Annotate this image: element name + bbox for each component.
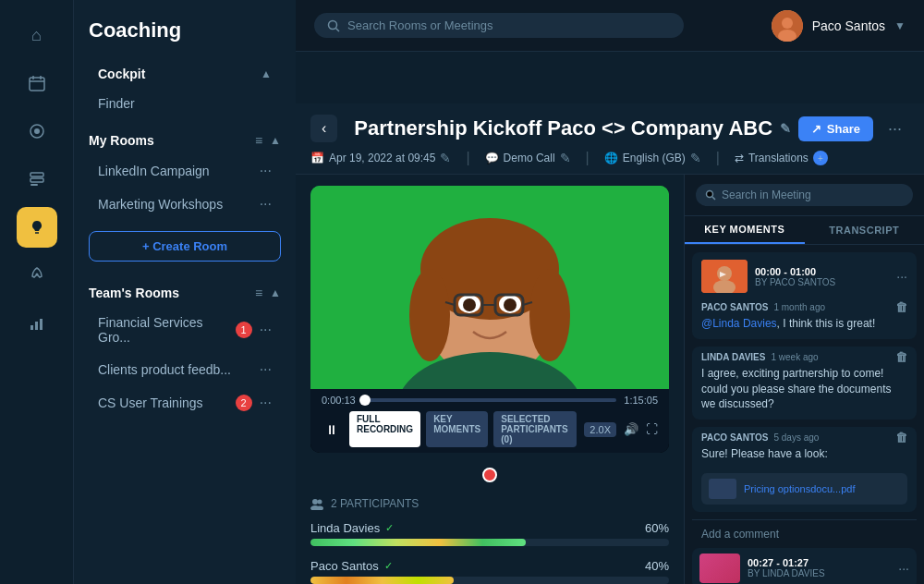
linkedin-campaign-item[interactable]: LinkedIn Campaign ···	[89, 155, 281, 187]
attachment-1[interactable]: Pricing optionsdocu...pdf	[701, 473, 907, 505]
selected-participants-tab[interactable]: SELECTED PARTICIPANTS (0)	[493, 411, 577, 447]
layers-icon[interactable]	[17, 159, 57, 200]
finder-nav-item[interactable]: Finder	[89, 89, 281, 118]
my-rooms-label: My Rooms	[89, 133, 154, 148]
cs-user-trainings-item[interactable]: CS User Trainings 2 ···	[89, 387, 281, 419]
marketing-dots-icon[interactable]: ···	[260, 196, 272, 213]
cockpit-nav-item[interactable]: Cockpit ▲	[89, 61, 281, 87]
play-pause-button[interactable]: ⏸	[322, 420, 342, 439]
coaching-title: Coaching	[89, 18, 281, 43]
video-record-icon[interactable]	[17, 111, 57, 152]
moment-1-thumb[interactable]	[701, 260, 748, 293]
financial-badge: 1	[236, 322, 252, 338]
right-search-bar[interactable]: Search in Meeting	[696, 184, 913, 206]
calendar-icon[interactable]	[17, 63, 57, 103]
finder-label: Finder	[98, 96, 135, 111]
full-recording-tab[interactable]: FULL RECORDING	[349, 411, 420, 447]
svg-rect-6	[30, 173, 43, 176]
svg-point-36	[318, 500, 322, 505]
top-bar: Search Rooms or Meetings Paco Santos ▼	[296, 0, 924, 52]
search-bar[interactable]: Search Rooms or Meetings	[314, 13, 684, 38]
volume-icon[interactable]: 🔊	[624, 422, 638, 436]
total-time: 1:15:05	[624, 395, 658, 406]
icon-sidebar: ⌂	[0, 0, 74, 584]
progress-thumb	[359, 395, 371, 406]
edit-calltype-icon[interactable]: ✎	[560, 151, 571, 165]
key-moments-tab-btn[interactable]: KEY MOMENTS	[685, 216, 805, 244]
edit-date-icon[interactable]: ✎	[440, 151, 451, 165]
meeting-translations[interactable]: ⇄ Translations +	[735, 151, 828, 165]
progress-track[interactable]	[363, 398, 617, 402]
svg-point-39	[707, 191, 713, 198]
my-rooms-header[interactable]: My Rooms ≡ ▲	[89, 133, 281, 148]
teams-rooms-label: Team's Rooms	[89, 286, 179, 300]
teams-sort-icon[interactable]: ≡	[255, 286, 262, 300]
teams-chevron-icon: ▲	[270, 286, 281, 299]
edit-lang-icon[interactable]: ✎	[690, 151, 701, 165]
sort-icon[interactable]: ≡	[255, 133, 262, 148]
comment-1-delete[interactable]: 🗑	[895, 300, 907, 314]
comment-3-delete[interactable]: 🗑	[895, 431, 907, 444]
moment-1-by: BY PACO SANTOS	[755, 277, 889, 287]
linda-check-icon: ✓	[385, 522, 394, 534]
svg-rect-0	[30, 78, 44, 91]
linda-bar-fill	[310, 539, 526, 546]
cs-dots-icon[interactable]: ···	[260, 395, 272, 411]
comment-3-author: PACO SANTOS	[701, 432, 768, 443]
comment-1: PACO SANTOS 1 month ago 🗑 @Linda Davies,…	[692, 297, 917, 339]
call-type-icon: 💬	[485, 152, 499, 164]
translate-icon: ⇄	[735, 152, 744, 164]
add-translation-icon[interactable]: +	[813, 151, 828, 165]
clients-dots-icon[interactable]: ···	[260, 361, 272, 378]
bottom-thumb	[699, 554, 740, 583]
meeting-meta: 📅 Apr 19, 2022 at 09:45 ✎ | 💬 Demo Call …	[310, 150, 909, 166]
paco-pct: 40%	[645, 559, 669, 573]
clients-product-item[interactable]: Clients product feedb... ···	[89, 354, 281, 385]
linkedin-dots-icon[interactable]: ···	[260, 163, 272, 179]
edit-title-icon[interactable]: ✎	[780, 121, 791, 136]
lightbulb-icon[interactable]	[17, 207, 57, 248]
moment-1-header: 00:00 - 01:00 BY PACO SANTOS ···	[692, 252, 917, 297]
chart-bar-icon[interactable]	[17, 303, 57, 344]
left-section: ⌂	[0, 0, 296, 584]
marketing-workshops-item[interactable]: Marketing Workshops ···	[89, 189, 281, 220]
my-rooms-section: My Rooms ≡ ▲ LinkedIn Campaign ··· Marke…	[89, 133, 281, 271]
add-comment-area[interactable]: Add a comment	[692, 519, 917, 548]
cs-badge: 2	[236, 395, 252, 411]
cockpit-chevron-icon: ▲	[261, 67, 272, 80]
video-section: 0:00:13 1:15:05 ⏸ FULL RECORDIN	[296, 175, 684, 584]
comment-3: PACO SANTOS 5 days ago 🗑 Sure! Please ha…	[692, 427, 917, 469]
user-name: Paco Santos	[812, 18, 885, 33]
fullscreen-icon[interactable]: ⛶	[646, 422, 658, 436]
meeting-date: 📅 Apr 19, 2022 at 09:45 ✎	[310, 151, 451, 165]
linda-name-row: Linda Davies ✓ 60%	[310, 521, 669, 535]
svg-point-27	[463, 298, 476, 311]
avatar-image	[772, 10, 803, 42]
right-panel: Search in Meeting KEY MOMENTS TRANSCRIPT	[684, 175, 924, 584]
financial-dots-icon[interactable]: ···	[260, 322, 272, 338]
speed-control[interactable]: 2.0X	[584, 422, 616, 437]
svg-point-14	[329, 20, 337, 29]
moment-1-dots[interactable]: ···	[896, 269, 907, 284]
share-button[interactable]: ↗ Share	[798, 116, 873, 141]
app-wrapper: ⌂	[0, 0, 924, 584]
teams-rooms-header[interactable]: Team's Rooms ≡ ▲	[89, 286, 281, 300]
bottom-moment-dots[interactable]: ···	[898, 561, 909, 576]
key-moments-tab[interactable]: KEY MOMENTS	[426, 411, 488, 447]
transcript-tab-btn[interactable]: TRANSCRIPT	[805, 216, 925, 244]
user-chevron-icon[interactable]: ▼	[894, 19, 906, 32]
svg-rect-13	[40, 319, 43, 330]
comment-2-delete[interactable]: 🗑	[895, 350, 907, 364]
header-actions: ↗ Share ···	[798, 116, 909, 142]
moment-1-time: 00:00 - 01:00	[755, 266, 889, 277]
left-panel: Coaching Cockpit ▲ Finder My Rooms ≡ ▲	[74, 0, 296, 584]
right-search-placeholder: Search in Meeting	[722, 189, 811, 201]
back-button[interactable]: ‹	[310, 115, 337, 142]
progress-bar[interactable]: 0:00:13 1:15:05	[322, 395, 658, 406]
create-room-button[interactable]: + Create Room	[89, 231, 281, 262]
svg-point-5	[34, 128, 40, 134]
rocket-icon[interactable]	[17, 255, 57, 296]
financial-services-item[interactable]: Financial Services Gro... 1 ···	[89, 308, 281, 352]
home-icon[interactable]: ⌂	[17, 15, 57, 55]
more-options-button[interactable]: ···	[881, 116, 909, 142]
